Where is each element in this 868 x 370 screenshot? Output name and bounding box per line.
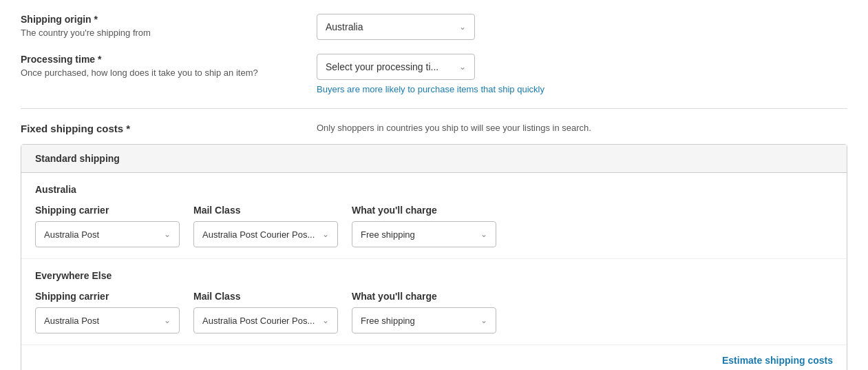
processing-time-label: Processing time * [21,54,317,65]
estimate-row: Estimate shipping costs [21,345,847,370]
charge-label-everywhere: What you'll charge [352,291,496,302]
chevron-down-icon: ⌄ [459,22,466,32]
shipping-origin-label: Shipping origin * [21,14,317,25]
processing-time-label-col: Processing time * Once purchased, how lo… [21,54,317,78]
carrier-dropdown-australia[interactable]: Australia Post ⌄ [35,221,180,247]
processing-time-sublabel: Once purchased, how long does it take yo… [21,68,317,78]
chevron-down-icon: ⌄ [322,229,329,239]
charge-dropdown-australia[interactable]: Free shipping ⌄ [352,221,496,247]
charge-value-everywhere: Free shipping [361,316,415,326]
shipping-section-australia: Australia Shipping carrier Australia Pos… [21,173,847,259]
chevron-down-icon: ⌄ [322,316,329,325]
processing-time-placeholder: Select your processing ti... [326,61,438,72]
mailclass-field-australia: Mail Class Australia Post Courier Pos...… [193,205,338,247]
mailclass-dropdown-australia[interactable]: Australia Post Courier Pos... ⌄ [193,221,338,247]
shipping-origin-control: Australia ⌄ [317,14,847,40]
carrier-label-australia: Shipping carrier [35,205,180,216]
standard-shipping-title: Standard shipping [35,153,120,164]
shipping-origin-dropdown[interactable]: Australia ⌄ [317,14,475,40]
processing-time-hint: Buyers are more likely to purchase items… [317,84,847,94]
charge-field-australia: What you'll charge Free shipping ⌄ [352,205,496,247]
shipping-table-header: Standard shipping [21,145,847,173]
charge-label-australia: What you'll charge [352,205,496,216]
carrier-value-australia: Australia Post [44,229,99,240]
charge-value-australia: Free shipping [361,229,415,240]
processing-time-dropdown[interactable]: Select your processing ti... ⌄ [317,54,475,80]
carrier-label-everywhere: Shipping carrier [35,291,180,302]
mailclass-field-everywhere: Mail Class Australia Post Courier Pos...… [193,291,338,333]
chevron-down-icon: ⌄ [480,229,487,239]
shipping-origin-row: Shipping origin * The country you're shi… [21,14,847,40]
carrier-dropdown-everywhere[interactable]: Australia Post ⌄ [35,307,180,333]
shipping-fields-everywhere: Shipping carrier Australia Post ⌄ Mail C… [35,291,833,333]
carrier-value-everywhere: Australia Post [44,316,99,326]
shipping-origin-sublabel: The country you're shipping from [21,28,317,38]
mailclass-value-everywhere: Australia Post Courier Pos... [202,316,315,326]
mailclass-label-australia: Mail Class [193,205,338,216]
charge-dropdown-everywhere[interactable]: Free shipping ⌄ [352,307,496,333]
chevron-down-icon: ⌄ [480,316,487,325]
mailclass-label-everywhere: Mail Class [193,291,338,302]
carrier-field-everywhere: Shipping carrier Australia Post ⌄ [35,291,180,333]
mailclass-value-australia: Australia Post Courier Pos... [202,229,315,240]
chevron-down-icon: ⌄ [459,62,466,72]
chevron-down-icon: ⌄ [164,316,171,325]
mailclass-dropdown-everywhere[interactable]: Australia Post Courier Pos... ⌄ [193,307,338,333]
fixed-shipping-header: Fixed shipping costs * Only shoppers in … [21,123,847,134]
processing-time-row: Processing time * Once purchased, how lo… [21,54,847,94]
shipping-table: Standard shipping Australia Shipping car… [21,144,847,370]
shipping-origin-value: Australia [326,21,363,32]
region-everywhere: Everywhere Else [35,270,833,281]
shipping-section-everywhere: Everywhere Else Shipping carrier Austral… [21,259,847,345]
fixed-shipping-label: Fixed shipping costs * [21,123,317,134]
charge-field-everywhere: What you'll charge Free shipping ⌄ [352,291,496,333]
section-divider [21,108,847,109]
carrier-field-australia: Shipping carrier Australia Post ⌄ [35,205,180,247]
estimate-shipping-link[interactable]: Estimate shipping costs [722,355,833,366]
shipping-origin-label-col: Shipping origin * The country you're shi… [21,14,317,38]
region-australia: Australia [35,184,833,195]
processing-time-control: Select your processing ti... ⌄ Buyers ar… [317,54,847,94]
chevron-down-icon: ⌄ [164,229,171,239]
fixed-shipping-note: Only shoppers in countries you ship to w… [317,123,847,133]
shipping-fields-australia: Shipping carrier Australia Post ⌄ Mail C… [35,205,833,247]
